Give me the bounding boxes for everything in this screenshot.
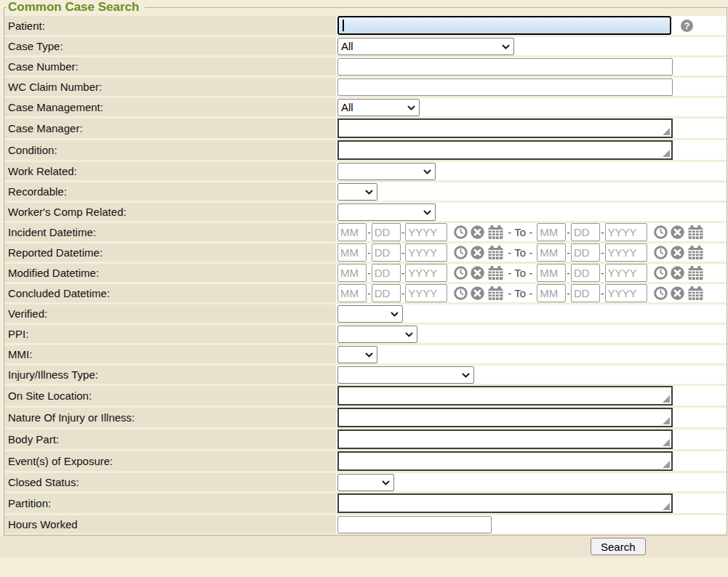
- modified-from-day-input[interactable]: [372, 264, 401, 282]
- injury-illness-type-label: Injury/Illness Type:: [4, 366, 336, 384]
- reported-from-year-input[interactable]: [405, 243, 447, 262]
- calendar-icon[interactable]: [688, 266, 703, 280]
- partition-textarea[interactable]: [337, 493, 673, 513]
- wc-claim-number-label: WC Claim Number:: [4, 78, 336, 96]
- modified-to-year-input[interactable]: [605, 264, 647, 282]
- concluded-from-month-input[interactable]: [337, 284, 367, 302]
- ppi-select[interactable]: [337, 326, 417, 343]
- body-part-textarea[interactable]: [337, 429, 673, 449]
- clock-icon[interactable]: [654, 246, 668, 259]
- on-site-location-label: On Site Location:: [4, 386, 336, 405]
- incident-from-day-input[interactable]: [372, 223, 401, 241]
- nature-of-injury-textarea[interactable]: [337, 408, 673, 427]
- concluded-to-year-input[interactable]: [605, 284, 647, 302]
- incident-to-year-input[interactable]: [605, 223, 647, 241]
- resize-handle[interactable]: [663, 395, 670, 403]
- modified-from-month-input[interactable]: [337, 264, 367, 282]
- events-of-exposure-textarea[interactable]: [337, 451, 673, 471]
- reported-to-month-input[interactable]: [537, 243, 566, 262]
- patient-input[interactable]: [337, 16, 671, 35]
- concluded-to-month-input[interactable]: [537, 284, 566, 302]
- clock-icon[interactable]: [454, 225, 468, 239]
- calendar-icon[interactable]: [688, 286, 703, 300]
- closed-status-label: Closed Status:: [4, 473, 336, 491]
- incident-from-year-input[interactable]: [405, 223, 447, 241]
- resize-handle[interactable]: [663, 150, 670, 157]
- concluded-from-year-input[interactable]: [405, 284, 447, 302]
- incident-datetime-field-cell: - - - To - - -: [336, 223, 727, 241]
- form-row-workers-comp-related: Worker's Comp Related:: [4, 203, 727, 221]
- concluded-to-day-input[interactable]: [571, 284, 600, 302]
- wc-claim-number-input[interactable]: [337, 78, 673, 96]
- clock-icon[interactable]: [654, 225, 668, 239]
- reported-from-day-input[interactable]: [372, 243, 401, 262]
- calendar-icon[interactable]: [488, 286, 503, 300]
- mmi-select[interactable]: [337, 346, 377, 363]
- modified-from-year-input[interactable]: [405, 264, 447, 282]
- concluded-from-day-input[interactable]: [372, 284, 401, 302]
- clear-icon[interactable]: [671, 246, 684, 259]
- search-button[interactable]: Search: [591, 538, 646, 555]
- workers-comp-related-field-cell: [336, 203, 727, 221]
- case-manager-label: Case Manager:: [4, 118, 336, 138]
- hours-worked-input[interactable]: [337, 516, 492, 533]
- clock-icon[interactable]: [454, 246, 468, 259]
- calendar-icon[interactable]: [488, 225, 503, 239]
- form-row-concluded-datetime: Concluded Datetime: - - - To - - -: [4, 284, 727, 302]
- modified-to-month-input[interactable]: [537, 264, 566, 282]
- date-separator: -: [367, 247, 371, 259]
- resize-handle[interactable]: [663, 417, 670, 424]
- calendar-icon[interactable]: [488, 266, 503, 280]
- incident-from-month-input[interactable]: [337, 223, 367, 241]
- work-related-field-cell: [336, 162, 727, 180]
- reported-from-month-input[interactable]: [337, 243, 367, 262]
- form-row-case-type: Case Type: All: [4, 37, 727, 55]
- workers-comp-related-select[interactable]: [337, 203, 436, 221]
- partition-label: Partition:: [4, 493, 336, 513]
- case-number-input[interactable]: [337, 58, 673, 76]
- calendar-icon[interactable]: [488, 246, 503, 259]
- clear-icon[interactable]: [671, 286, 684, 300]
- modified-to-day-input[interactable]: [571, 264, 600, 282]
- form-row-reported-datetime: Reported Datetime: - - - To - - -: [4, 243, 727, 262]
- incident-to-month-input[interactable]: [537, 223, 566, 241]
- resize-handle[interactable]: [663, 128, 670, 135]
- calendar-icon[interactable]: [688, 246, 703, 259]
- calendar-icon[interactable]: [688, 225, 703, 239]
- verified-field-cell: [336, 304, 727, 323]
- injury-illness-type-select[interactable]: [337, 366, 474, 384]
- work-related-select[interactable]: [337, 163, 436, 180]
- reported-to-day-input[interactable]: [571, 243, 600, 262]
- resize-handle[interactable]: [663, 439, 670, 446]
- recordable-select[interactable]: [337, 183, 377, 201]
- clock-icon[interactable]: [654, 266, 668, 280]
- case-type-select[interactable]: All: [337, 38, 514, 55]
- form-row-condition: Condition:: [4, 140, 727, 160]
- clear-icon[interactable]: [471, 225, 484, 239]
- on-site-location-textarea[interactable]: [337, 386, 673, 405]
- resize-handle[interactable]: [663, 503, 670, 510]
- date-separator: -: [601, 288, 604, 299]
- wc-claim-number-field-cell: [336, 78, 727, 96]
- clock-icon[interactable]: [654, 286, 668, 300]
- case-type-label: Case Type:: [4, 37, 336, 55]
- clock-icon[interactable]: [454, 286, 468, 300]
- case-management-select[interactable]: All: [337, 99, 420, 116]
- case-manager-field-cell: [336, 118, 727, 138]
- clear-icon[interactable]: [471, 246, 484, 259]
- incident-to-day-input[interactable]: [571, 223, 600, 241]
- verified-select[interactable]: [337, 305, 403, 323]
- form-row-incident-datetime: Incident Datetime: - - - To - - -: [4, 223, 727, 241]
- case-manager-textarea[interactable]: [337, 118, 673, 138]
- help-icon[interactable]: ?: [681, 20, 693, 32]
- clear-icon[interactable]: [471, 286, 484, 300]
- condition-textarea[interactable]: [337, 140, 673, 160]
- clear-icon[interactable]: [671, 225, 684, 239]
- clock-icon[interactable]: [454, 266, 468, 280]
- reported-to-year-input[interactable]: [605, 243, 647, 262]
- clear-icon[interactable]: [471, 266, 484, 280]
- closed-status-select[interactable]: [337, 474, 394, 491]
- closed-status-field-cell: [336, 473, 727, 491]
- clear-icon[interactable]: [671, 266, 684, 280]
- resize-handle[interactable]: [663, 461, 670, 468]
